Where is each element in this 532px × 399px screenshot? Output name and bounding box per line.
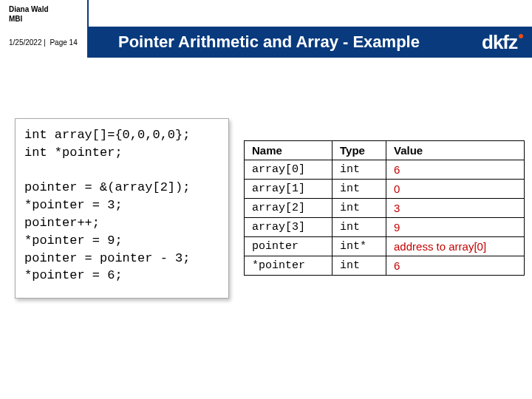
col-name: Name (245, 141, 332, 160)
table-wrap: Name Type Value array[0] int 6 array[1] … (244, 118, 525, 299)
cell-value: 6 (386, 160, 525, 180)
separator: | (42, 38, 50, 47)
date-page-block: 1/25/2022 | Page 14 (0, 27, 89, 58)
table-row: *pointer int 6 (245, 256, 525, 276)
table-row: array[3] int 9 (245, 218, 525, 237)
table-row: array[1] int 0 (245, 180, 525, 199)
memory-table: Name Type Value array[0] int 6 array[1] … (244, 140, 525, 276)
table-header-row: Name Type Value (245, 141, 525, 160)
cell-name: array[1] (245, 180, 332, 199)
logo-dot-icon (519, 34, 523, 38)
slide-header: Diana Wald MBI 1/25/2022 | Page 14 Point… (0, 0, 532, 58)
cell-type: int (332, 160, 386, 180)
table-row: array[2] int 3 (245, 199, 525, 218)
slide-title: Pointer Arithmetic and Array - Example (118, 33, 420, 52)
table-row: pointer int* address to array[0] (245, 237, 525, 256)
cell-name: pointer (245, 237, 332, 256)
cell-value: 3 (386, 199, 525, 218)
col-type: Type (332, 141, 386, 160)
cell-name: array[0] (245, 160, 332, 180)
code-box: int array[]={0,0,0,0}; int *pointer; poi… (15, 118, 229, 299)
author-block: Diana Wald MBI (0, 0, 89, 27)
content-area: int array[]={0,0,0,0}; int *pointer; poi… (15, 118, 525, 299)
cell-value: 0 (386, 180, 525, 199)
cell-type: int* (332, 237, 386, 256)
slide-date: 1/25/2022 (9, 38, 42, 47)
cell-value: address to array[0] (386, 237, 525, 256)
author-name: Diana Wald (9, 4, 87, 14)
title-bar: Pointer Arithmetic and Array - Example d… (89, 27, 532, 58)
cell-type: int (332, 218, 386, 237)
cell-type: int (332, 256, 386, 276)
author-dept: MBI (9, 14, 87, 24)
col-value: Value (386, 141, 525, 160)
cell-name: array[2] (245, 199, 332, 218)
logo-text: dkfz (482, 31, 517, 53)
cell-value: 9 (386, 218, 525, 237)
cell-name: array[3] (245, 218, 332, 237)
logo: dkfz (482, 31, 523, 54)
slide-page: Page 14 (50, 38, 77, 47)
cell-name: *pointer (245, 256, 332, 276)
cell-value: 6 (386, 256, 525, 276)
cell-type: int (332, 180, 386, 199)
cell-type: int (332, 199, 386, 218)
table-row: array[0] int 6 (245, 160, 525, 180)
